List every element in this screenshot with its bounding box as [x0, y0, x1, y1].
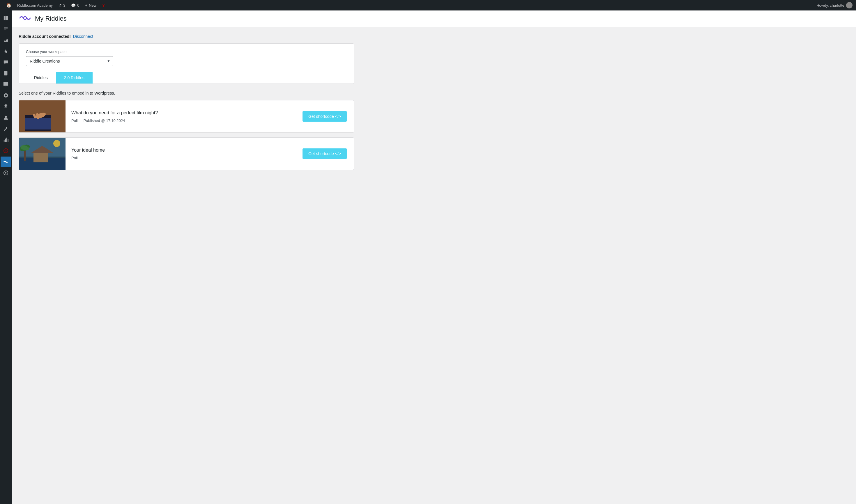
- sidebar-item-analytics[interactable]: [1, 35, 11, 46]
- new-label: New: [89, 3, 97, 7]
- riddle-card-2: Your ideal home Poll Get shortcode </>: [19, 137, 354, 170]
- sidebar-item-speech[interactable]: [1, 57, 11, 68]
- riddle-action-2: Get shortcode </>: [296, 148, 354, 159]
- svg-rect-29: [34, 152, 48, 162]
- svg-point-9: [5, 94, 7, 96]
- content-area: Riddle account connected! Disconnect Cho…: [12, 27, 361, 182]
- sidebar-item-dashboard[interactable]: [1, 13, 11, 23]
- riddle-type-1: Poll: [71, 119, 78, 123]
- svg-rect-4: [4, 71, 7, 75]
- sidebar-item-plugins[interactable]: [1, 101, 11, 112]
- svg-point-34: [53, 140, 60, 147]
- riddle-title-2: Your ideal home: [71, 147, 290, 153]
- shortcode-button-2[interactable]: Get shortcode </>: [302, 148, 347, 159]
- sidebar: Y: [0, 11, 12, 504]
- main-content: My Riddles Riddle account connected! Dis…: [12, 11, 856, 504]
- riddle-action-1: Get shortcode </>: [296, 111, 354, 122]
- page-title: My Riddles: [35, 15, 67, 22]
- riddle-published-1: Published @ 17.10.2024: [84, 119, 125, 123]
- avatar: [846, 2, 853, 8]
- svg-rect-13: [5, 139, 6, 142]
- svg-rect-1: [6, 16, 8, 18]
- admin-home-button[interactable]: 🏠: [3, 0, 14, 11]
- workspace-select-wrapper: Riddle Creations Other Workspace ▼: [26, 56, 113, 66]
- thumbnail-film-svg: [19, 101, 66, 132]
- workspace-card: Choose your workspace Riddle Creations O…: [19, 43, 354, 84]
- sidebar-item-yoast[interactable]: Y: [1, 145, 11, 156]
- account-connected-notice: Riddle account connected! Disconnect: [19, 34, 354, 39]
- howdy-text: Howdy, charlotte: [816, 3, 844, 7]
- thumbnail-home-svg: [19, 138, 66, 170]
- sidebar-item-pin[interactable]: [1, 46, 11, 56]
- riddle-card-1: What do you need for a perfect film nigh…: [19, 100, 354, 133]
- svg-rect-15: [7, 139, 8, 142]
- tab-riddles[interactable]: Riddles: [26, 72, 56, 84]
- workspace-label: Choose your workspace: [26, 50, 347, 54]
- disconnect-link[interactable]: Disconnect: [73, 34, 93, 39]
- svg-rect-2: [4, 18, 5, 20]
- admin-howdy[interactable]: Howdy, charlotte: [816, 2, 853, 8]
- comments-icon: 💬: [71, 3, 76, 7]
- admin-site-name[interactable]: Riddle.com Academy: [14, 0, 56, 11]
- sidebar-item-users[interactable]: [1, 112, 11, 123]
- riddle-type-2: Poll: [71, 156, 78, 160]
- sidebar-item-tools[interactable]: [1, 123, 11, 134]
- riddle-meta-1: Poll Published @ 17.10.2024: [71, 119, 290, 123]
- admin-bar: 🏠 Riddle.com Academy ↺ 3 💬 0 + New Y How…: [0, 0, 856, 11]
- sidebar-item-posts[interactable]: [1, 24, 11, 34]
- riddle-logo: [19, 14, 32, 23]
- svg-rect-10: [5, 108, 7, 108]
- riddle-info-2: Your ideal home Poll: [66, 143, 296, 165]
- comments-count: 0: [77, 3, 79, 7]
- svg-rect-3: [6, 18, 8, 20]
- svg-rect-0: [4, 16, 5, 18]
- sidebar-item-comments[interactable]: [1, 79, 11, 90]
- svg-rect-22: [25, 118, 51, 129]
- riddle-info-1: What do you need for a perfect film nigh…: [66, 106, 296, 127]
- sidebar-item-pages[interactable]: [1, 68, 11, 78]
- select-instruction: Select one of your Riddles to embed in t…: [19, 91, 354, 95]
- riddle-title-1: What do you need for a perfect film nigh…: [71, 110, 290, 115]
- sidebar-item-video[interactable]: [1, 168, 11, 178]
- shortcode-button-1[interactable]: Get shortcode </>: [302, 111, 347, 122]
- riddle-thumbnail-2: [19, 138, 66, 170]
- svg-text:Y: Y: [5, 150, 7, 152]
- sidebar-item-appearance[interactable]: [1, 90, 11, 101]
- workspace-select[interactable]: Riddle Creations Other Workspace: [26, 56, 113, 66]
- updates-count: 3: [63, 3, 65, 7]
- sidebar-item-stats[interactable]: [1, 134, 11, 145]
- riddle-thumbnail-1: [19, 101, 66, 132]
- sidebar-item-riddle[interactable]: [1, 157, 11, 167]
- yoast-icon: Y: [102, 3, 105, 7]
- admin-updates[interactable]: ↺ 3: [56, 0, 68, 11]
- svg-rect-12: [4, 140, 5, 142]
- site-name-text: Riddle.com Academy: [17, 3, 53, 7]
- svg-point-11: [5, 116, 7, 118]
- admin-comments[interactable]: 💬 0: [68, 0, 82, 11]
- updates-icon: ↺: [58, 3, 62, 7]
- plus-icon: +: [85, 3, 88, 7]
- svg-marker-19: [5, 172, 7, 174]
- connected-text: Riddle account connected!: [19, 34, 71, 39]
- home-icon: 🏠: [6, 3, 11, 7]
- admin-yoast[interactable]: Y: [99, 0, 108, 11]
- riddle-meta-2: Poll: [71, 156, 290, 160]
- svg-rect-14: [6, 138, 7, 142]
- tabs-row: Riddles 2.0 Riddles: [26, 72, 347, 84]
- page-header: My Riddles: [12, 11, 856, 27]
- tab-riddles20[interactable]: 2.0 Riddles: [56, 72, 92, 84]
- admin-new[interactable]: + New: [82, 0, 100, 11]
